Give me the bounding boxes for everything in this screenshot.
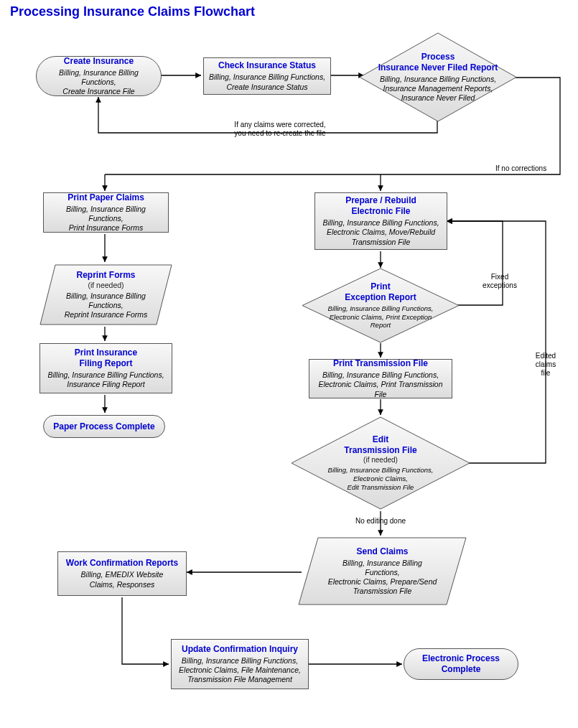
node-sub: Billing, Insurance Billing Functions,Ele… (179, 656, 301, 684)
node-create-insurance: Create Insurance Billing, Insurance Bill… (36, 56, 162, 96)
node-sub: Billing, Insurance Billing Functions,Ele… (328, 466, 434, 492)
edge-label-fixed-exceptions: Fixedexceptions (478, 273, 521, 290)
node-title: Create Insurance (64, 56, 134, 67)
node-sub: Billing, Insurance Billing Functions,Ins… (47, 370, 164, 389)
edge-label-no-editing: No editing done (348, 517, 413, 526)
edge-label-edited-claims-file: Editedclaimsfile (528, 352, 564, 378)
node-title: Reprint Forms (76, 270, 135, 281)
node-send-claims: Send Claims Billing, Insurance BillingFu… (298, 537, 467, 605)
node-print-exception-report: PrintException Report Billing, Insurance… (302, 268, 460, 343)
node-title: Update Confirmation Inquiry (182, 644, 298, 655)
node-work-confirmation-reports: Work Confirmation Reports Billing, EMEDI… (57, 551, 187, 596)
node-sub: Billing, EMEDIX WebsiteClaims, Responses (81, 570, 164, 589)
edge-label-recreate: If any claims were corrected,you need to… (215, 121, 345, 138)
node-edit-transmission-file: EditTransmission File (if needed) Billin… (291, 416, 470, 510)
node-title: Check Insurance Status (218, 60, 316, 71)
edge-label-no-corrections: If no corrections (495, 164, 567, 173)
node-title: Electronic ProcessComplete (422, 653, 500, 675)
node-print-paper-claims: Print Paper Claims Billing, Insurance Bi… (43, 192, 169, 233)
node-title: ProcessInsurance Never Filed Report (378, 52, 498, 73)
node-sub: Billing, Insurance Billing Functions,Ele… (314, 370, 447, 398)
node-paper-process-complete: Paper Process Complete (43, 415, 165, 438)
node-print-transmission-file: Print Transmission File Billing, Insuran… (309, 359, 452, 398)
node-print-filing-report: Print InsuranceFiling Report Billing, In… (39, 343, 172, 393)
node-sub: Billing, Insurance Billing Functions,Cre… (41, 68, 157, 96)
node-title: Print Transmission File (333, 358, 428, 369)
node-update-confirmation-inquiry: Update Confirmation Inquiry Billing, Ins… (171, 639, 309, 689)
node-sub: Billing, Insurance Billing Functions,Ele… (328, 304, 434, 330)
node-sub: Billing, Insurance Billing Functions,Ins… (380, 75, 496, 103)
node-title: Send Claims (356, 546, 408, 557)
node-title: Print InsuranceFiling Report (75, 347, 137, 369)
node-sub: Billing, Insurance BillingFunctions,Repr… (65, 291, 148, 319)
node-qualifier: (if needed) (363, 456, 398, 465)
node-sub: Billing, Insurance Billing Functions,Ele… (322, 218, 439, 246)
node-check-insurance-status: Check Insurance Status Billing, Insuranc… (203, 57, 331, 95)
node-title: PrintException Report (345, 281, 416, 303)
node-title: Paper Process Complete (53, 421, 154, 432)
node-electronic-process-complete: Electronic ProcessComplete (404, 648, 518, 680)
node-reprint-forms: Reprint Forms (if needed) Billing, Insur… (39, 264, 172, 325)
node-sub: Billing, Insurance BillingFunctions,Elec… (328, 559, 437, 597)
node-title: Prepare / RebuildElectronic File (345, 195, 416, 217)
node-sub: Billing, Insurance Billing Functions,Cre… (209, 73, 325, 91)
node-qualifier: (if needed) (88, 281, 123, 290)
node-sub: Billing, Insurance Billing Functions,Pri… (48, 205, 164, 233)
node-title: EditTransmission File (344, 434, 416, 456)
node-prepare-rebuild: Prepare / RebuildElectronic File Billing… (314, 192, 447, 250)
node-title: Work Confirmation Reports (66, 558, 178, 569)
node-title: Print Paper Claims (67, 192, 144, 203)
node-process-never-filed: ProcessInsurance Never Filed Report Bill… (359, 32, 517, 122)
